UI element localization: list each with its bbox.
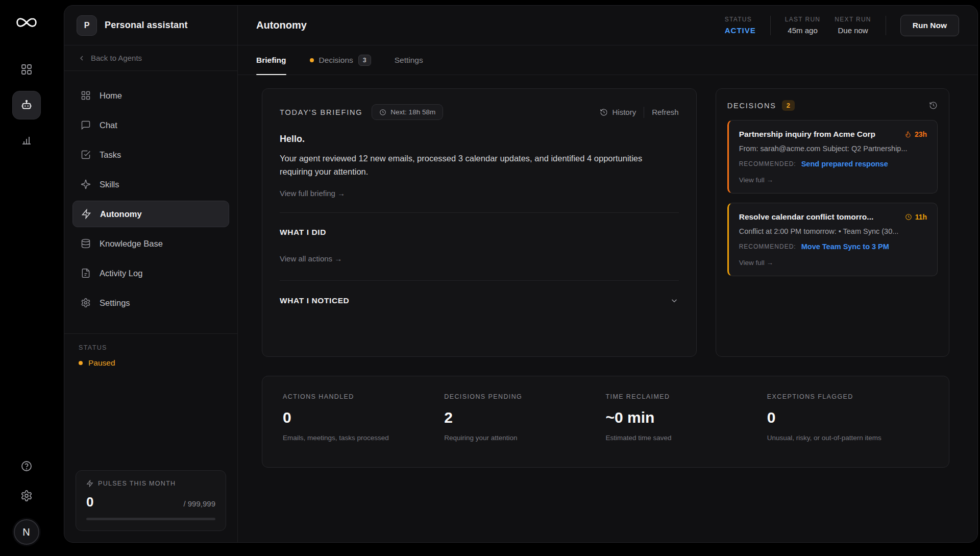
app-panel: P Personal assistant Back to Agents Home…	[64, 5, 978, 543]
sidebar-item-knowledge-base[interactable]: Knowledge Base	[72, 230, 229, 257]
grid-icon	[81, 90, 91, 101]
recommended-label: RECOMMENDED:	[739, 160, 796, 167]
analytics-bars-icon[interactable]	[20, 134, 33, 146]
sidebar-item-label: Activity Log	[100, 269, 142, 278]
stat-time-reclaimed: TIME RECLAIMED ~0 min Estimated time sav…	[606, 393, 767, 450]
infinity-logo-icon	[15, 11, 38, 34]
clock-icon	[379, 109, 386, 116]
back-to-agents-link[interactable]: Back to Agents	[64, 45, 237, 71]
decisions-count-badge: 3	[358, 55, 371, 66]
next-run-block: NEXT RUN Due now	[835, 16, 871, 35]
next-run-pill: Next: 18h 58m	[372, 104, 443, 120]
history-button[interactable]: History	[600, 108, 636, 116]
decisions-title: DECISIONS	[727, 102, 776, 110]
agents-rail-button[interactable]	[12, 91, 41, 119]
agent-status-section: STATUS Paused	[64, 333, 237, 368]
refresh-button[interactable]: Refresh	[652, 108, 679, 116]
divider	[886, 16, 886, 35]
sidebar-item-label: Knowledge Base	[100, 239, 163, 249]
view-full-link[interactable]: View full →	[739, 259, 927, 267]
sidebar-item-tasks[interactable]: Tasks	[72, 141, 229, 168]
history-icon	[600, 108, 608, 116]
sidebar-item-label: Tasks	[100, 150, 121, 160]
sidebar-item-settings[interactable]: Settings	[72, 289, 229, 316]
sidebar-item-activity-log[interactable]: Activity Log	[72, 260, 229, 286]
decision-card-calendar-conflict[interactable]: Resolve calendar conflict tomorro... 11h…	[727, 203, 938, 276]
sidebar-item-chat[interactable]: Chat	[72, 112, 229, 138]
gear-icon	[81, 298, 91, 308]
stats-summary-card: ACTIONS HANDLED 0 Emails, meetings, task…	[262, 376, 949, 468]
app-rail: N	[0, 0, 53, 556]
dashboard-grid-icon[interactable]	[20, 63, 33, 76]
last-run-label: LAST RUN	[785, 16, 821, 23]
database-icon	[81, 238, 91, 249]
tab-label: Settings	[395, 56, 423, 65]
recommended-action-link[interactable]: Send prepared response	[801, 160, 888, 168]
status-label: STATUS	[725, 16, 756, 23]
view-full-briefing-link[interactable]: View full briefing →	[280, 189, 679, 198]
pulses-limit: / 999,999	[183, 499, 215, 508]
agent-avatar: P	[77, 15, 97, 36]
stat-caption: Unusual, risky, or out-of-pattern items	[767, 434, 928, 442]
divider	[770, 16, 771, 35]
what-i-noticed-title: WHAT I NOTICED	[280, 296, 349, 305]
decision-card-partnership[interactable]: Partnership inquiry from Acme Corp 23h F…	[727, 120, 938, 194]
paused-status-dot	[79, 361, 83, 365]
run-status-block: STATUS ACTIVE	[725, 16, 756, 35]
gear-icon[interactable]	[20, 490, 33, 502]
sidebar-item-label: Autonomy	[100, 209, 142, 219]
decision-urgency-value: 11h	[915, 213, 927, 221]
decisions-history-icon[interactable]	[929, 101, 938, 110]
help-icon[interactable]	[20, 460, 33, 472]
stat-decisions-pending: DECISIONS PENDING 2 Requiring your atten…	[444, 393, 605, 450]
check-square-icon	[81, 150, 91, 160]
sidebar-item-label: Home	[100, 91, 122, 101]
pulses-progress-bar	[86, 518, 215, 520]
decision-subtitle: From: sarah@acme.com Subject: Q2 Partner…	[739, 144, 927, 153]
what-i-noticed-toggle[interactable]: WHAT I NOTICED	[280, 296, 679, 305]
tab-label: Briefing	[256, 56, 286, 65]
decision-subtitle: Conflict at 2:00 PM tomorrow: • Team Syn…	[739, 227, 927, 235]
decision-title: Resolve calendar conflict tomorro...	[739, 212, 874, 222]
tab-briefing[interactable]: Briefing	[256, 45, 286, 75]
stat-value: 0	[283, 409, 444, 426]
stat-value: 0	[767, 409, 928, 426]
chat-bubble-icon	[81, 120, 91, 130]
chevron-left-icon	[78, 54, 86, 62]
divider	[280, 280, 679, 281]
chevron-down-icon	[670, 296, 679, 305]
decision-urgency: 23h	[904, 130, 927, 138]
lightning-icon	[81, 209, 91, 219]
run-now-button[interactable]: Run Now	[900, 15, 959, 36]
divider	[644, 107, 644, 118]
sidebar-item-home[interactable]: Home	[72, 82, 229, 109]
user-avatar[interactable]: N	[14, 519, 39, 545]
stat-value: ~0 min	[606, 409, 767, 426]
status-section-label: STATUS	[79, 344, 223, 351]
next-run-value: Due now	[838, 26, 868, 35]
agent-name: Personal assistant	[105, 20, 188, 31]
sidebar-item-autonomy[interactable]: Autonomy	[72, 201, 229, 227]
next-run-label: NEXT RUN	[835, 16, 871, 23]
briefing-card-title: TODAY'S BRIEFING	[280, 108, 362, 116]
paused-status-value: Paused	[88, 358, 115, 368]
next-pill-label: Next: 18h 58m	[390, 108, 435, 116]
view-full-link[interactable]: View full →	[739, 176, 927, 184]
briefing-summary: Your agent reviewed 12 new emails, proce…	[280, 152, 673, 178]
recommended-label: RECOMMENDED:	[739, 243, 796, 250]
file-text-icon	[81, 268, 91, 278]
pulses-used: 0	[86, 494, 93, 510]
view-all-actions-link[interactable]: View all actions →	[280, 254, 679, 263]
stat-label: EXCEPTIONS FLAGGED	[767, 393, 928, 400]
sidebar-nav: Home Chat Tasks Skills	[64, 71, 237, 316]
sidebar-item-skills[interactable]: Skills	[72, 171, 229, 198]
robot-icon	[20, 99, 33, 112]
recommended-action-link[interactable]: Move Team Sync to 3 PM	[801, 243, 889, 251]
tab-decisions[interactable]: Decisions 3	[310, 45, 371, 75]
flame-icon	[904, 131, 912, 138]
decision-title: Partnership inquiry from Acme Corp	[739, 130, 875, 139]
briefing-greeting: Hello.	[280, 134, 679, 144]
decisions-alert-dot	[310, 58, 314, 62]
tab-settings[interactable]: Settings	[395, 45, 423, 75]
stat-caption: Emails, meetings, tasks processed	[283, 434, 444, 442]
